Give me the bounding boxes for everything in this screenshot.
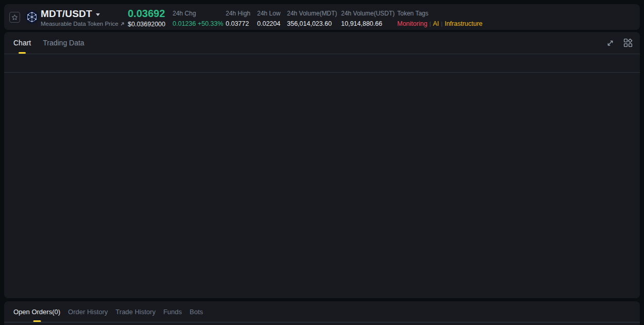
tab-trading-data[interactable]: Trading Data: [43, 32, 84, 54]
token-tags-label: Token Tags: [397, 10, 483, 17]
pair-name: MDT/USDT: [41, 8, 92, 20]
stat-value: 356,014,023.60: [287, 20, 337, 28]
token-tags-block: Token Tags Monitoring|AI|Infrastructure: [397, 10, 483, 28]
external-link-icon: [120, 22, 125, 26]
favorite-button[interactable]: [9, 12, 20, 23]
tab-order-history[interactable]: Order History: [68, 301, 108, 322]
pair-selector[interactable]: MDT/USDT: [41, 8, 125, 20]
tab-open-orders[interactable]: Open Orders(0): [13, 301, 60, 322]
chart-tabs: Chart Trading Data: [13, 32, 84, 54]
stat-label: 24h Low: [257, 10, 280, 17]
token-full-name: Measurable Data Token Price: [41, 21, 118, 27]
stat-24h-change: 24h Chg 0.01236 +50.33%: [173, 10, 223, 28]
stat-24h-high: 24h High 0.03772: [226, 10, 250, 28]
stat-24h-low: 24h Low 0.02204: [257, 10, 280, 28]
last-price: 0.03692: [128, 8, 165, 20]
layout-grid-icon: [623, 38, 633, 47]
stat-value: 0.03772: [226, 20, 250, 28]
caret-down-icon: [96, 13, 100, 16]
price-block: 0.03692 $0.03692000: [128, 8, 165, 28]
chart-toolbar-icons: [606, 38, 633, 47]
stat-label: 24h Chg: [173, 10, 223, 17]
market-info-bar: MDT/USDT Measurable Data Token Price 0.0…: [4, 4, 640, 30]
tag-infrastructure[interactable]: Infrastructure: [445, 20, 483, 27]
stat-label: 24h High: [226, 10, 250, 17]
layout-settings-button[interactable]: [623, 38, 633, 47]
chart-toolbar-strip: [4, 54, 640, 73]
stat-24h-volume-usdt: 24h Volume(USDT) 10,914,880.66: [341, 10, 395, 28]
pair-block: MDT/USDT Measurable Data Token Price: [41, 8, 125, 27]
stat-label: 24h Volume(MDT): [287, 10, 337, 17]
chart-tabbar: Chart Trading Data: [4, 32, 640, 54]
chart-canvas-area[interactable]: [4, 73, 640, 298]
stat-value: 10,914,880.66: [341, 20, 395, 28]
orders-tabbar: Open Orders(0) Order History Trade Histo…: [4, 301, 640, 322]
fiat-price: $0.03692000: [128, 21, 165, 28]
tag-separator: |: [441, 21, 443, 27]
chart-panel: Chart Trading Data: [4, 32, 640, 298]
stat-value: 0.01236 +50.33%: [173, 20, 223, 28]
tag-separator: |: [429, 21, 431, 27]
token-tags-values: Monitoring|AI|Infrastructure: [397, 20, 483, 28]
mdt-coin-logo-icon: [25, 10, 39, 24]
stat-value: 0.02204: [257, 20, 280, 28]
stat-24h-volume-mdt: 24h Volume(MDT) 356,014,023.60: [287, 10, 337, 28]
expand-chart-button[interactable]: [606, 39, 614, 47]
expand-icon: [606, 39, 614, 47]
tag-ai[interactable]: AI: [433, 20, 439, 27]
tab-trade-history[interactable]: Trade History: [115, 301, 156, 322]
stat-label: 24h Volume(USDT): [341, 10, 395, 17]
orders-panel: Open Orders(0) Order History Trade Histo…: [4, 301, 640, 325]
token-price-link[interactable]: Measurable Data Token Price: [41, 21, 125, 27]
tag-monitoring[interactable]: Monitoring: [397, 20, 427, 27]
tab-chart[interactable]: Chart: [13, 32, 31, 54]
tab-bots[interactable]: Bots: [190, 301, 203, 322]
trading-page: MDT/USDT Measurable Data Token Price 0.0…: [0, 0, 644, 325]
tab-funds[interactable]: Funds: [163, 301, 182, 322]
star-icon: [11, 14, 18, 21]
